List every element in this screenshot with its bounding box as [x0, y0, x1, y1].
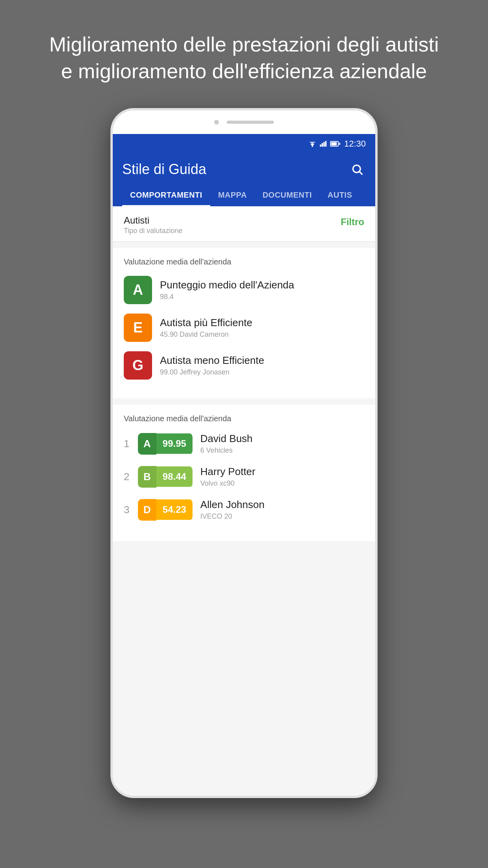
svg-rect-5: [323, 142, 325, 147]
search-button[interactable]: [349, 161, 366, 178]
rating-title-avg: Punteggio medio dell'Azienda: [160, 279, 294, 291]
wifi-icon: [308, 141, 317, 147]
filter-sub-label: Tipo di valutazione: [124, 227, 182, 235]
tab-comportamenti[interactable]: COMPORTAMENTI: [122, 185, 210, 206]
rank-item-2: 2 B 98.44 Harry Potter Volvo xc90: [124, 466, 364, 488]
rank-score-1: 99.95: [156, 433, 193, 454]
rating-item-avg: A Punteggio medio dell'Azienda 98.4: [124, 276, 364, 304]
rank-info-2: Harry Potter Volvo xc90: [200, 466, 255, 488]
ranking-section-title: Valutazione media dell'azienda: [124, 414, 364, 423]
rating-badge-g: G: [124, 351, 152, 380]
company-rating-card: Valutazione media dell'azienda A Puntegg…: [113, 248, 375, 398]
rank-info-3: Allen Johnson IVECO 20: [200, 499, 264, 521]
rank-item-3: 3 D 54.23 Allen Johnson IVECO 20: [124, 499, 364, 521]
svg-marker-1: [309, 142, 316, 144]
rating-item-best: E Autista più Efficiente 45.90 David Cam…: [124, 314, 364, 342]
rank-letter-1: A: [138, 433, 156, 455]
rank-score-3: 54.23: [156, 499, 193, 520]
tab-autis[interactable]: AUTIS: [320, 185, 360, 206]
rating-badge-e: E: [124, 314, 152, 342]
rating-item-worst: G Autista meno Efficiente 99.00 Jeffrey …: [124, 351, 364, 380]
tab-bar: COMPORTAMENTI MAPPA DOCUMENTI AUTIS: [122, 185, 366, 206]
phone-notch: [113, 110, 375, 134]
rank-score-2: 98.44: [156, 466, 193, 487]
rank-number-3: 3: [124, 504, 138, 516]
rank-number-2: 2: [124, 471, 138, 483]
rank-pill-3: D 54.23: [138, 499, 193, 521]
rating-title-best: Autista più Efficiente: [160, 317, 252, 329]
front-camera: [214, 120, 219, 125]
status-time: 12:30: [344, 139, 366, 149]
tab-documenti[interactable]: DOCUMENTI: [255, 185, 320, 206]
rank-sub-1: 6 Vehicles: [200, 446, 253, 455]
rank-name-3: Allen Johnson: [200, 499, 264, 511]
svg-rect-6: [325, 141, 327, 147]
rank-name-2: Harry Potter: [200, 466, 255, 478]
rank-number-1: 1: [124, 438, 138, 450]
phone-mockup: 12:30 Stile di Guida COMPORTAMENTI: [110, 108, 378, 798]
filter-main-label: Autisti: [124, 215, 182, 226]
rank-info-1: David Bush 6 Vehicles: [200, 433, 253, 455]
rating-sub-worst: 99.00 Jeffrey Jonasen: [160, 368, 264, 376]
status-icons: 12:30: [308, 139, 366, 149]
rank-pill-2: B 98.44: [138, 466, 193, 488]
rating-info-avg: Punteggio medio dell'Azienda 98.4: [160, 279, 294, 301]
svg-line-8: [360, 172, 362, 174]
filter-labels: Autisti Tipo di valutazione: [124, 215, 182, 235]
rank-sub-3: IVECO 20: [200, 512, 264, 521]
rating-sub-avg: 98.4: [160, 293, 294, 301]
rank-sub-2: Volvo xc90: [200, 479, 255, 488]
svg-point-2: [312, 146, 313, 147]
phone-screen: 12:30 Stile di Guida COMPORTAMENTI: [113, 134, 375, 796]
filter-section: Autisti Tipo di valutazione Filtro: [113, 206, 375, 242]
svg-point-7: [353, 165, 360, 173]
app-bar: Stile di Guida COMPORTAMENTI MAPPA DOCUM…: [113, 154, 375, 206]
rating-title-worst: Autista meno Efficiente: [160, 354, 264, 367]
rating-badge-a: A: [124, 276, 152, 304]
phone-frame: 12:30 Stile di Guida COMPORTAMENTI: [110, 108, 378, 798]
rank-item-1: 1 A 99.95 David Bush 6 Vehicles: [124, 433, 364, 455]
search-icon: [351, 163, 363, 176]
main-content: Autisti Tipo di valutazione Filtro Valut…: [113, 206, 375, 796]
status-bar: 12:30: [113, 134, 375, 154]
tab-mappa[interactable]: MAPPA: [210, 185, 255, 206]
app-title: Stile di Guida: [122, 161, 206, 178]
svg-rect-3: [320, 145, 321, 147]
company-rating-title: Valutazione media dell'azienda: [124, 257, 364, 266]
rating-sub-best: 45.90 David Cameron: [160, 330, 252, 339]
headline-text: Miglioramento delle prestazioni degli au…: [0, 0, 488, 108]
ranking-card: Valutazione media dell'azienda 1 A 99.95…: [113, 405, 375, 541]
rank-pill-1: A 99.95: [138, 433, 193, 455]
app-bar-top: Stile di Guida: [122, 161, 366, 178]
rank-name-1: David Bush: [200, 433, 253, 445]
svg-rect-4: [321, 143, 323, 147]
signal-icon: [320, 141, 327, 147]
rating-info-best: Autista più Efficiente 45.90 David Camer…: [160, 317, 252, 339]
battery-icon: [330, 141, 339, 147]
rating-info-worst: Autista meno Efficiente 99.00 Jeffrey Jo…: [160, 354, 264, 376]
filter-row: Autisti Tipo di valutazione Filtro: [124, 215, 364, 235]
rank-letter-3: D: [138, 499, 156, 521]
speaker-bar: [227, 121, 274, 124]
rank-letter-2: B: [138, 466, 156, 488]
filter-button[interactable]: Filtro: [341, 215, 364, 229]
